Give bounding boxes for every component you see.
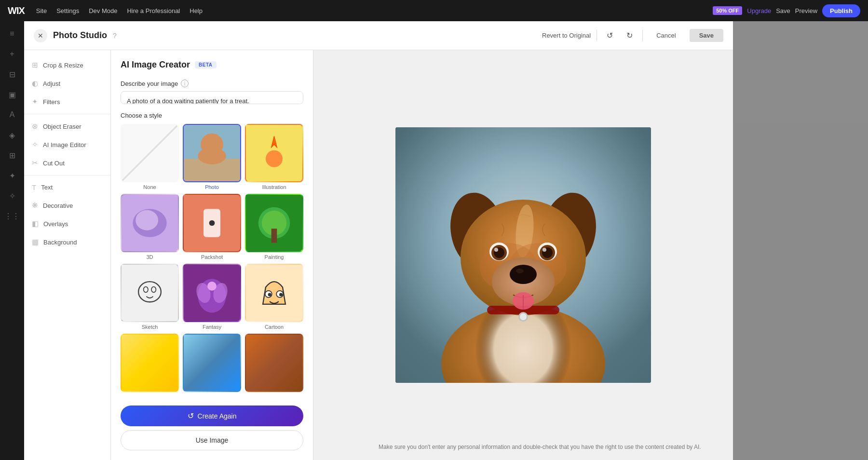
style-row4a[interactable] bbox=[121, 334, 179, 394]
style-3d[interactable]: 3D bbox=[121, 194, 179, 260]
nav-settings[interactable]: Settings bbox=[56, 7, 79, 14]
sketch-thumb bbox=[121, 264, 179, 322]
studio-header-right: Revert to Original ↺ ↻ Cancel Save bbox=[542, 29, 723, 42]
ai-panel-header: AI Image Creator BETA bbox=[121, 60, 303, 70]
cancel-button[interactable]: Cancel bbox=[649, 29, 683, 42]
disclaimer: Make sure you don't enter any personal i… bbox=[379, 444, 668, 450]
nav-hire[interactable]: Hire a Professional bbox=[127, 7, 180, 14]
nav-site[interactable]: Site bbox=[36, 7, 47, 14]
top-bar: WIX Site Settings Dev Mode Hire a Profes… bbox=[0, 0, 868, 21]
style-photo-label: Photo bbox=[205, 184, 219, 190]
close-button[interactable]: ✕ bbox=[34, 29, 47, 42]
svg-point-11 bbox=[209, 220, 215, 226]
nav-help[interactable]: Help bbox=[190, 7, 203, 14]
create-again-label: Create Again bbox=[198, 412, 237, 420]
studio-overlay: ✕ Photo Studio ? Revert to Original ↺ ↻ … bbox=[0, 21, 868, 460]
svg-rect-15 bbox=[271, 229, 277, 243]
tool-adjust-label: Adjust bbox=[43, 80, 60, 87]
row4b-thumb bbox=[183, 334, 241, 392]
style-3d-label: 3D bbox=[146, 254, 153, 260]
tool-text[interactable]: T Text bbox=[24, 178, 110, 196]
style-row4c[interactable] bbox=[245, 334, 303, 394]
svg-point-50 bbox=[542, 248, 546, 252]
undo-button[interactable]: ↺ bbox=[603, 29, 617, 42]
publish-button[interactable]: Publish bbox=[822, 4, 860, 17]
style-sketch[interactable]: Sketch bbox=[121, 264, 179, 330]
preview-area: Make sure you don't enter any personal i… bbox=[313, 50, 733, 460]
style-none[interactable]: None bbox=[121, 124, 179, 190]
style-painting[interactable]: Painting bbox=[245, 194, 303, 260]
style-cartoon[interactable]: Cartoon bbox=[245, 264, 303, 330]
tool-adjust[interactable]: ◐ Adjust bbox=[24, 74, 110, 93]
tool-decorative[interactable]: ❋ Decorative bbox=[24, 196, 110, 215]
wix-logo: WIX bbox=[8, 5, 25, 16]
packshot-thumb bbox=[183, 194, 241, 252]
redo-button[interactable]: ↻ bbox=[623, 29, 637, 42]
nav-devmode[interactable]: Dev Mode bbox=[89, 7, 117, 14]
help-icon[interactable]: ? bbox=[113, 32, 117, 40]
svg-point-8 bbox=[136, 210, 158, 230]
text-tool-icon: T bbox=[32, 183, 36, 191]
upgrade-badge: 50% OFF bbox=[713, 6, 742, 15]
illustration-thumb bbox=[245, 124, 303, 182]
describe-textarea[interactable]: A photo of a dog waiting patiently for a… bbox=[121, 91, 303, 104]
svg-point-53 bbox=[520, 313, 527, 320]
3d-thumb bbox=[121, 194, 179, 252]
style-illustration-label: Illustration bbox=[262, 184, 286, 190]
style-row4b[interactable] bbox=[183, 334, 241, 394]
photo-thumb bbox=[183, 124, 241, 182]
tool-filters-label: Filters bbox=[43, 98, 60, 106]
style-label: Choose a style bbox=[121, 112, 303, 119]
refresh-icon: ↺ bbox=[188, 411, 194, 420]
adjust-icon: ◐ bbox=[32, 79, 38, 88]
svg-point-3 bbox=[198, 148, 226, 164]
ai-editor-icon: ✧ bbox=[32, 140, 38, 149]
row4a-thumb bbox=[121, 334, 179, 392]
generated-image bbox=[395, 127, 651, 383]
tool-eraser-label: Object Eraser bbox=[43, 123, 81, 130]
tool-overlays[interactable]: ◧ Overlays bbox=[24, 215, 110, 233]
tool-ai-editor[interactable]: ✧ AI Image Editor bbox=[24, 135, 110, 154]
fantasy-thumb bbox=[183, 264, 241, 322]
tool-object-eraser[interactable]: ⊗ Object Eraser bbox=[24, 117, 110, 135]
studio-title: Photo Studio bbox=[53, 30, 107, 41]
svg-point-29 bbox=[279, 293, 283, 297]
style-photo[interactable]: Photo bbox=[183, 124, 241, 190]
save-image-button[interactable]: Save bbox=[690, 29, 723, 42]
style-sketch-label: Sketch bbox=[142, 324, 158, 330]
divider2 bbox=[642, 30, 643, 41]
overlays-icon: ◧ bbox=[32, 219, 39, 228]
painting-thumb bbox=[245, 194, 303, 252]
ai-creator-panel: AI Image Creator BETA Describe your imag… bbox=[111, 50, 313, 460]
tool-cut-out[interactable]: ✂ Cut Out bbox=[24, 154, 110, 172]
upgrade-button[interactable]: Upgrade bbox=[747, 7, 771, 14]
tool-text-label: Text bbox=[41, 184, 53, 191]
studio-header: ✕ Photo Studio ? Revert to Original ↺ ↻ … bbox=[24, 21, 733, 50]
main-area: ≡ + ⊟ ▣ A ◈ ⊞ ✦ ✧ ⋮⋮ bbox=[0, 21, 868, 460]
revert-button[interactable]: Revert to Original bbox=[542, 32, 591, 39]
style-illustration[interactable]: Illustration bbox=[245, 124, 303, 190]
studio-modal: ✕ Photo Studio ? Revert to Original ↺ ↻ … bbox=[24, 21, 733, 460]
ai-panel-title: AI Image Creator bbox=[121, 60, 190, 70]
style-packshot[interactable]: Packshot bbox=[183, 194, 241, 260]
style-grid: None Photo bbox=[121, 124, 303, 394]
svg-point-5 bbox=[266, 150, 283, 167]
style-fantasy[interactable]: Fantasy bbox=[183, 264, 241, 330]
preview-button[interactable]: Preview bbox=[795, 7, 817, 14]
tool-divider-1 bbox=[24, 114, 110, 114]
svg-point-41 bbox=[510, 265, 537, 284]
create-again-button[interactable]: ↺ Create Again bbox=[121, 406, 303, 426]
tool-crop[interactable]: ⊞ Crop & Resize bbox=[24, 56, 110, 74]
filters-icon: ✦ bbox=[32, 97, 38, 106]
tool-filters[interactable]: ✦ Filters bbox=[24, 93, 110, 111]
tool-background-label: Background bbox=[43, 239, 77, 246]
tool-background[interactable]: ▦ Background bbox=[24, 233, 110, 251]
tool-divider-2 bbox=[24, 175, 110, 176]
style-none-label: None bbox=[143, 184, 156, 190]
cut-out-icon: ✂ bbox=[32, 159, 38, 167]
style-painting-label: Painting bbox=[265, 254, 284, 260]
use-image-button[interactable]: Use Image bbox=[121, 430, 303, 450]
style-fantasy-label: Fantasy bbox=[203, 324, 221, 330]
save-button[interactable]: Save bbox=[776, 7, 790, 14]
describe-info-icon[interactable]: i bbox=[181, 80, 189, 87]
